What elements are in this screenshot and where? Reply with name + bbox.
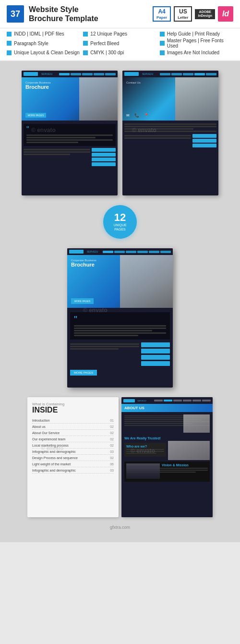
nav-item (160, 251, 171, 253)
button-column (92, 148, 116, 166)
brochure-body: " (22, 121, 118, 183)
vision-section: Vision & Mission (124, 462, 210, 482)
text-line (26, 139, 113, 141)
text-line (26, 134, 113, 136)
hero-text: Contact Us (122, 77, 218, 88)
about-content: We Are Really Trusted! Who are we? (121, 412, 213, 517)
toc-item: Our experienced team 02 (32, 437, 114, 442)
a4-badge: A4 Paper (153, 6, 171, 22)
vision-content: Vision & Mission (126, 463, 208, 480)
text-line (70, 348, 119, 350)
text-line (74, 328, 166, 329)
nav-item (137, 251, 148, 253)
brochure-card-left: © envato SERVE2U Corporate Business Broc… (22, 71, 118, 195)
large-preview-section: © envato SERVE2U Corporate Business Broc… (5, 248, 235, 388)
cta-button: MORE PAGES (25, 111, 46, 118)
nav-item (183, 73, 193, 75)
brochure-large: © envato SERVE2U Corporate Business Broc… (67, 248, 173, 388)
page-header: 37 Website Style Brochure Template A4 Pa… (0, 0, 240, 28)
toc-item: About us 02 (32, 425, 114, 430)
hero-text: Corporate Business Brochure (67, 255, 173, 271)
title-text: Website Style Brochure Template (29, 5, 148, 23)
pages-badge: 12 UNIQUE PAGES (103, 205, 137, 239)
about-nav: SERVE2U (121, 397, 213, 404)
product-title: Website Style Brochure Template (29, 5, 148, 23)
nav-item (114, 251, 125, 253)
action-btn (192, 144, 216, 147)
toc-item: About Our Service 02 (32, 431, 114, 436)
hero-section: Contact Us ✉ 📞 📍 (122, 77, 218, 121)
nav-buttons (154, 400, 211, 401)
action-btn (92, 158, 116, 161)
bullet-icon (160, 50, 165, 55)
text-line (124, 423, 192, 424)
toc-item: Introduction 01 (32, 419, 114, 424)
about-text-with-image (124, 414, 210, 435)
nav-item (59, 73, 70, 75)
about-page: © envato SERVE2U ABOUT US (121, 397, 213, 517)
feature-item: INDD | IDML | PDF files (7, 31, 80, 36)
bullet-icon (7, 41, 12, 46)
body-content-row (124, 134, 216, 147)
toc-item: Infographic and demographic 03 (32, 469, 114, 474)
nav-item (82, 73, 93, 75)
item-number: 37 (7, 5, 24, 23)
text-line (24, 154, 70, 155)
footer-btn-row: MORE PAGES (70, 369, 170, 376)
hero-title: Brochure (25, 84, 114, 90)
pages-number: 12 (114, 212, 126, 223)
text-line (74, 325, 166, 327)
hero-subtitle: Corporate Business (71, 259, 169, 262)
about-image (183, 414, 210, 433)
features-grid: INDD | IDML | PDF files 12 Unique Pages … (0, 28, 240, 61)
nav-btn (192, 400, 201, 401)
site-footer: gfxtra.com (5, 522, 235, 533)
body-text (124, 134, 191, 147)
bullet-icon (83, 32, 88, 36)
city-image (126, 463, 160, 479)
brand-logo (124, 72, 139, 76)
nav-btn (183, 400, 192, 401)
brochure-body (122, 121, 218, 183)
bullet-icon (7, 50, 12, 55)
nav-item (149, 251, 159, 253)
body-content-row (70, 342, 170, 366)
nav-btn (202, 400, 211, 401)
nav-item (194, 73, 205, 75)
action-btn (192, 134, 216, 138)
text-line (124, 126, 216, 127)
text-line (26, 142, 78, 143)
action-btn (141, 361, 170, 366)
quote-section: " (24, 124, 116, 146)
body-text (24, 148, 90, 166)
text-line (124, 137, 191, 139)
brochure-nav: SERVE2U (22, 71, 118, 77)
brand-name: SERVE2U (142, 73, 153, 75)
hero-section: Corporate Business Brochure MORE PAGES (22, 77, 118, 121)
main-content: © envato SERVE2U Corporate Business Broc… (0, 61, 240, 542)
nav-items (59, 73, 116, 75)
feature-item: CMYK | 300 dpi (83, 50, 156, 55)
nav-btn (154, 400, 163, 401)
body-text-block (124, 123, 216, 132)
action-btn (92, 148, 116, 152)
nav-item (105, 73, 116, 75)
bullet-icon (83, 50, 88, 55)
nav-btn-active (164, 400, 172, 401)
brochure-nav: SERVE2U (122, 71, 218, 77)
brand-logo (24, 72, 38, 76)
section-title: INSIDE (32, 406, 114, 414)
brand-name: SERVE2U (137, 400, 146, 402)
inside-label: What is Containing INSIDE (32, 402, 114, 414)
toc-item: Local marketing process 02 (32, 444, 114, 449)
brand-name: SERVE2U (41, 73, 52, 75)
feature-item: 12 Unique Pages (83, 31, 156, 36)
brochure-body: " (67, 308, 173, 387)
button-column (192, 134, 216, 147)
hero-section: Corporate Business Brochure MORE PAGES (67, 255, 173, 308)
text-line (124, 135, 191, 136)
bullet-icon (7, 32, 12, 36)
text-line (74, 332, 166, 334)
feature-item: Perfect Bleed (83, 38, 156, 49)
spread-section: © envato What is Containing INSIDE Intro… (5, 397, 235, 517)
